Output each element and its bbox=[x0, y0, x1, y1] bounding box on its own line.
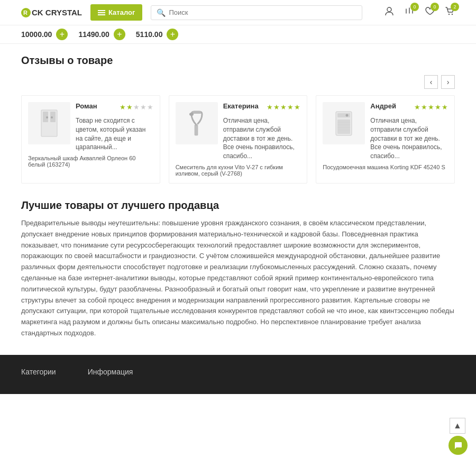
review-product-name-1: Зеркальный шкаф Акваплей Орлеон 60 белый… bbox=[28, 155, 153, 168]
cart-badge: 2 bbox=[451, 3, 459, 11]
user-icon bbox=[384, 6, 395, 16]
review-product-name-2: Смеситель для кухни Vito V-27 с гибким и… bbox=[176, 164, 301, 177]
footer: Категории Информация bbox=[0, 355, 476, 394]
footer-col-categories: Категории bbox=[21, 368, 56, 381]
price-3: 5110.00 bbox=[136, 30, 163, 39]
svg-rect-10 bbox=[195, 125, 198, 135]
reviews-section: Отзывы о товаре ‹ › Роман bbox=[0, 44, 476, 194]
cabinet-product-svg bbox=[39, 109, 60, 138]
chat-button[interactable] bbox=[448, 436, 468, 455]
wishlist-icon-btn[interactable]: 0 bbox=[424, 6, 435, 19]
review-author-2: Екатерина bbox=[223, 102, 259, 110]
best-products-text: Предварительные выводы неутешительны: по… bbox=[21, 218, 455, 339]
review-author-3: Андрей bbox=[370, 102, 396, 110]
review-stars-3: ★★★★★ bbox=[414, 103, 448, 111]
compare-icon-btn[interactable]: 0 bbox=[404, 6, 415, 19]
faucet-product-svg bbox=[186, 109, 207, 138]
compare-badge: 0 bbox=[410, 3, 419, 11]
logo-icon: R bbox=[21, 8, 31, 17]
best-products-section: Лучшие товары от лучшего продавца Предва… bbox=[0, 194, 476, 350]
footer-categories-title: Категории bbox=[21, 368, 56, 376]
account-icon-btn[interactable] bbox=[384, 6, 395, 19]
cart-icon-btn[interactable]: 2 bbox=[444, 6, 455, 19]
svg-point-15 bbox=[346, 114, 349, 116]
add-to-cart-btn-1[interactable]: + bbox=[56, 29, 68, 40]
footer-info-title: Информация bbox=[88, 368, 133, 376]
product-strip-item-3: 5110.00 + bbox=[136, 29, 179, 40]
header: R CK CRYSTAL Каталог 🔍 0 bbox=[0, 0, 476, 25]
header-icons: 0 0 2 bbox=[384, 6, 455, 19]
product-strip-item-2: 11490.00 + bbox=[78, 29, 125, 40]
product-strip-item-1: 10000.00 + bbox=[21, 29, 68, 40]
reviews-next-btn[interactable]: › bbox=[441, 75, 455, 89]
svg-point-8 bbox=[46, 116, 48, 118]
burger-icon bbox=[98, 10, 105, 15]
search-bar: 🔍 bbox=[151, 5, 362, 20]
add-to-cart-btn-2[interactable]: + bbox=[114, 29, 125, 40]
review-stars-1: ★★★★★ bbox=[120, 103, 153, 111]
price-2: 11490.00 bbox=[78, 30, 109, 39]
chat-icon bbox=[453, 441, 463, 450]
svg-text:R: R bbox=[23, 10, 28, 16]
price-1: 10000.00 bbox=[21, 30, 52, 39]
review-card-3: Андрей ★★★★★ Отличная цена, отправили сл… bbox=[316, 95, 455, 184]
svg-point-4 bbox=[452, 14, 453, 15]
logo[interactable]: R CK CRYSTAL bbox=[21, 8, 82, 17]
review-text-2: Отличная цена, отправили службой доставк… bbox=[223, 116, 301, 161]
catalog-button[interactable]: Каталог bbox=[90, 4, 142, 21]
review-card-1: Роман ★★★★★ Товар не сходится с цветом, … bbox=[21, 95, 160, 184]
reviews-navigation: ‹ › bbox=[21, 75, 455, 89]
reviews-prev-btn[interactable]: ‹ bbox=[424, 75, 438, 89]
svg-point-9 bbox=[51, 116, 53, 118]
add-to-cart-btn-3[interactable]: + bbox=[167, 29, 178, 40]
review-stars-2: ★★★★★ bbox=[267, 103, 300, 111]
product-strip: 10000.00 + 11490.00 + 5110.00 + bbox=[0, 25, 476, 44]
catalog-label: Каталог bbox=[108, 8, 135, 16]
svg-point-2 bbox=[387, 7, 391, 12]
review-text-3: Отличная цена, отправили службой доставк… bbox=[370, 116, 448, 161]
review-author-1: Роман bbox=[76, 102, 97, 110]
wishlist-badge: 0 bbox=[431, 3, 439, 11]
best-products-title: Лучшие товары от лучшего продавца bbox=[21, 199, 455, 212]
review-card-2: Екатерина ★★★★★ Отличная цена, отправили… bbox=[169, 95, 308, 184]
svg-rect-16 bbox=[337, 120, 350, 134]
review-product-image-2 bbox=[176, 102, 218, 144]
review-product-image-3 bbox=[323, 102, 365, 144]
reviews-title: Отзывы о товаре bbox=[21, 54, 455, 67]
review-product-name-3: Посудомоечная машина Korting KDF 45240 S bbox=[323, 164, 448, 170]
review-product-image-1 bbox=[28, 102, 70, 144]
logo-text: CK CRYSTAL bbox=[32, 8, 82, 17]
reviews-grid: Роман ★★★★★ Товар не сходится с цветом, … bbox=[21, 95, 455, 184]
svg-rect-11 bbox=[193, 111, 201, 114]
svg-point-3 bbox=[448, 14, 450, 15]
svg-point-12 bbox=[189, 113, 194, 116]
footer-col-info: Информация bbox=[88, 368, 133, 381]
search-input[interactable] bbox=[169, 8, 356, 16]
scroll-up-button[interactable]: ▲ bbox=[450, 418, 465, 434]
search-icon: 🔍 bbox=[157, 8, 166, 17]
review-text-1: Товар не сходится с цветом, который указ… bbox=[76, 116, 153, 152]
dishwasher-product-svg bbox=[333, 109, 354, 138]
